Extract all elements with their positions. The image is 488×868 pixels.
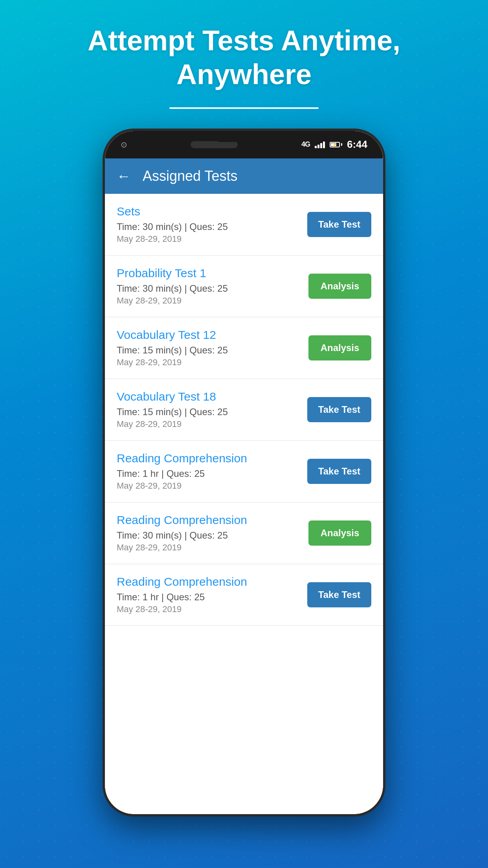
test-info: Reading ComprehensionTime: 30 min(s) | Q… (117, 513, 308, 553)
test-meta: Time: 30 min(s) | Ques: 25 (117, 530, 308, 541)
analysis-button[interactable]: Analysis (308, 335, 371, 360)
status-left: ⊙ (121, 140, 127, 149)
app-header: ← Assigned Tests (105, 158, 383, 194)
test-info: Vocabulary Test 12Time: 15 min(s) | Ques… (117, 328, 308, 368)
test-item: Vocabulary Test 12Time: 15 min(s) | Ques… (105, 317, 383, 379)
take-test-button[interactable]: Take Test (307, 212, 371, 237)
test-date: May 28-29, 2019 (117, 357, 308, 368)
test-date: May 28-29, 2019 (117, 481, 307, 491)
test-item: Vocabulary Test 18Time: 15 min(s) | Ques… (105, 379, 383, 441)
network-badge: 4G (301, 140, 310, 149)
test-info: Vocabulary Test 18Time: 15 min(s) | Ques… (117, 390, 307, 429)
test-name: Reading Comprehension (117, 513, 308, 527)
test-info: Reading ComprehensionTime: 1 hr | Ques: … (117, 452, 307, 491)
test-date: May 28-29, 2019 (117, 234, 307, 244)
test-item: Probability Test 1Time: 30 min(s) | Ques… (105, 256, 383, 317)
status-icon: ⊙ (121, 140, 127, 149)
test-item: Reading ComprehensionTime: 1 hr | Ques: … (105, 564, 383, 626)
test-meta: Time: 30 min(s) | Ques: 25 (117, 221, 307, 232)
test-name: Vocabulary Test 12 (117, 328, 308, 342)
test-info: SetsTime: 30 min(s) | Ques: 25May 28-29,… (117, 205, 307, 244)
test-date: May 28-29, 2019 (117, 604, 307, 614)
test-item: Reading ComprehensionTime: 1 hr | Ques: … (105, 441, 383, 502)
phone-frame: ⊙ 4G ⚡ 6:44 ← (103, 129, 385, 817)
test-name: Sets (117, 205, 307, 218)
test-name: Probability Test 1 (117, 267, 308, 280)
test-info: Probability Test 1Time: 30 min(s) | Ques… (117, 267, 308, 306)
test-item: SetsTime: 30 min(s) | Ques: 25May 28-29,… (105, 194, 383, 256)
test-meta: Time: 15 min(s) | Ques: 25 (117, 406, 307, 417)
test-date: May 28-29, 2019 (117, 419, 307, 429)
take-test-button[interactable]: Take Test (307, 582, 371, 607)
test-name: Vocabulary Test 18 (117, 390, 307, 403)
test-meta: Time: 1 hr | Ques: 25 (117, 592, 307, 603)
take-test-button[interactable]: Take Test (307, 459, 371, 484)
status-time: 6:44 (347, 138, 367, 151)
signal-bars (315, 141, 325, 148)
test-meta: Time: 1 hr | Ques: 25 (117, 468, 307, 479)
test-date: May 28-29, 2019 (117, 296, 308, 306)
phone-notch (213, 131, 275, 142)
status-speaker (191, 141, 238, 148)
test-list: SetsTime: 30 min(s) | Ques: 25May 28-29,… (105, 194, 383, 814)
test-item: Reading ComprehensionTime: 30 min(s) | Q… (105, 502, 383, 564)
test-meta: Time: 15 min(s) | Ques: 25 (117, 345, 308, 356)
analysis-button[interactable]: Analysis (308, 274, 371, 299)
phone-inner: ⊙ 4G ⚡ 6:44 ← (105, 131, 383, 814)
test-name: Reading Comprehension (117, 452, 307, 465)
back-button[interactable]: ← (117, 168, 131, 184)
page-title: Assigned Tests (143, 168, 237, 184)
take-test-button[interactable]: Take Test (307, 397, 371, 422)
test-name: Reading Comprehension (117, 575, 307, 588)
hero-divider (169, 107, 319, 109)
test-info: Reading ComprehensionTime: 1 hr | Ques: … (117, 575, 307, 614)
hero-title: Attempt Tests Anytime, Anywhere (0, 24, 488, 92)
test-date: May 28-29, 2019 (117, 542, 308, 553)
analysis-button[interactable]: Analysis (308, 520, 371, 546)
status-right: 4G ⚡ 6:44 (301, 138, 367, 151)
test-meta: Time: 30 min(s) | Ques: 25 (117, 283, 308, 294)
battery-icon: ⚡ (330, 142, 342, 147)
